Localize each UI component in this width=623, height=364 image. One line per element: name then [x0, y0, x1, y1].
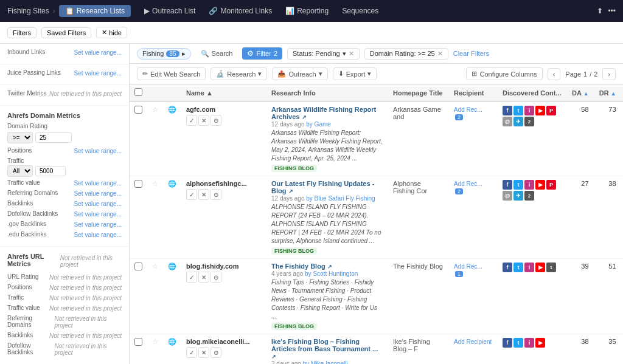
star-icon[interactable]: ☆ — [152, 263, 158, 270]
outreach-icon: ▶ — [144, 7, 150, 15]
page-current: 1 — [583, 70, 587, 78]
dr-operator-select[interactable]: >=<== — [7, 132, 33, 143]
backlinks-val[interactable]: Set value range... — [74, 201, 122, 207]
row-more-btn[interactable]: ⊙ — [211, 272, 221, 283]
filters-button[interactable]: Filters — [7, 27, 37, 38]
domain-name[interactable]: agfc.com — [186, 106, 262, 113]
dr-filter-tag[interactable]: Domain Rating: >= 25 ✕ — [364, 48, 448, 60]
add-recipient-btn[interactable]: Add Rec... — [454, 263, 482, 270]
prev-page-btn[interactable]: ‹ — [548, 68, 561, 80]
traffic-value-label: Traffic value — [7, 179, 40, 186]
outreach-btn[interactable]: 📤 Outreach ▾ — [272, 67, 327, 80]
research-title[interactable]: Ike's Fishing Blog – Fishing Articles fr… — [271, 338, 383, 360]
star-icon[interactable]: ☆ — [152, 180, 158, 187]
row-checkbox[interactable] — [134, 263, 142, 270]
row-check-btn[interactable]: ✓ — [186, 347, 197, 358]
edit-icon: ✏ — [142, 70, 148, 78]
star-icon[interactable]: ☆ — [152, 106, 158, 113]
domain-name[interactable]: blog.fishidy.com — [186, 263, 262, 270]
row-more-btn[interactable]: ⊙ — [211, 115, 221, 126]
status-label: Status: Pending — [293, 50, 340, 57]
upload-icon[interactable]: ⬆ — [597, 7, 603, 15]
domain-name[interactable]: alphonsefishingc... — [186, 180, 262, 187]
configure-columns-btn[interactable]: ⊞ Configure Columns — [466, 67, 542, 80]
domain-name[interactable]: blog.mikeiaconelli... — [186, 338, 262, 345]
status-pending-tag[interactable]: Status: Pending ▾ ✕ — [287, 48, 360, 60]
filter-button[interactable]: ⚙ Filter 2 — [242, 47, 282, 60]
row-x-btn[interactable]: ✕ — [198, 347, 209, 358]
edit-web-search-btn[interactable]: ✏ Edit Web Search — [137, 67, 206, 80]
row-check-btn[interactable]: ✓ — [186, 189, 197, 200]
referring-domains-val[interactable]: Set value range... — [74, 190, 122, 197]
row-x-btn[interactable]: ✕ — [198, 272, 209, 283]
nav-item-monitored-links[interactable]: 🔗 Monitored Links — [203, 4, 278, 18]
row-checkbox[interactable] — [134, 106, 142, 114]
nav-item-sequences[interactable]: Sequences — [336, 4, 385, 18]
dr-value: 51 — [608, 263, 616, 270]
row-x-btn[interactable]: ✕ — [198, 189, 209, 200]
next-page-btn[interactable]: › — [602, 68, 616, 80]
dofollow-label: Dofollow Backlinks — [7, 210, 58, 217]
social-icons: fti▶1 — [503, 263, 562, 272]
research-title[interactable]: Our Latest Fly Fishing Updates - Blog ↗ — [271, 180, 383, 194]
row-actions: ✓ ✕ ⊙ — [186, 347, 262, 358]
da-value: 27 — [581, 180, 588, 187]
col-da[interactable]: DA ▲ — [566, 84, 594, 101]
traffic-operator-select[interactable]: All>=<= — [7, 165, 33, 177]
traffic-value-input[interactable] — [35, 166, 66, 176]
url-traffic-value-label: Traffic value — [7, 304, 40, 311]
social-icons: fti▶ — [503, 338, 562, 348]
traffic-value-val[interactable]: Set value range... — [74, 180, 122, 187]
nav-item-outreach-list[interactable]: ▶ Outreach List — [138, 4, 201, 18]
row-checkbox[interactable] — [134, 338, 142, 346]
export-icon: ⬇ — [338, 70, 344, 78]
inbound-links-value[interactable]: Set value range... — [74, 49, 122, 56]
research-btn[interactable]: 🔬 Research ▾ — [211, 67, 267, 80]
row-check-btn[interactable]: ✓ — [186, 115, 197, 126]
select-all-checkbox[interactable] — [134, 88, 142, 96]
search-button[interactable]: 🔍 Search — [196, 48, 238, 60]
more-icon[interactable]: ••• — [608, 7, 616, 15]
export-btn[interactable]: ⬇ Export ▾ — [333, 67, 377, 80]
row-more-btn[interactable]: ⊙ — [211, 347, 221, 358]
fishing-filter-tag[interactable]: Fishing 85 ▸ — [137, 48, 191, 60]
saved-filters-button[interactable]: Saved Filters — [41, 27, 91, 38]
clear-filters-button[interactable]: Clear Filters — [453, 50, 489, 57]
sidebar: Inbound Links Set value range... Juice P… — [0, 44, 130, 364]
research-snippet: ALPHONSE ISLAND FLY FISHING REPORT (24 F… — [271, 203, 383, 246]
row-globe-cell: 🌐 — [163, 334, 181, 365]
research-lists-btn[interactable]: 📋 Research Lists — [59, 5, 131, 17]
add-recipient-btn[interactable]: Add Rec... — [454, 180, 482, 187]
add-recipient-btn[interactable]: Add Recipient — [454, 338, 492, 345]
hide-button[interactable]: ✕ hide — [96, 27, 127, 38]
dr-value-input[interactable] — [35, 132, 72, 143]
row-dr-cell: 51 — [594, 259, 621, 334]
col-dr[interactable]: DR ▲ — [594, 84, 621, 101]
dofollow-val[interactable]: Set value range... — [74, 211, 122, 218]
homepage-title: The Fishidy Blog — [393, 263, 443, 270]
research-arrow-icon: ▾ — [258, 70, 262, 78]
row-checkbox[interactable] — [134, 180, 142, 188]
juice-value[interactable]: Set value range... — [74, 70, 122, 77]
dr-remove-btn[interactable]: ✕ — [437, 50, 443, 58]
positions-value[interactable]: Set value range... — [74, 148, 122, 154]
col-recipient: Recipient — [449, 84, 498, 101]
table-row: ☆ 🌐 blog.fishidy.com ✓ ✕ ⊙ The Fishidy B… — [130, 259, 623, 334]
status-remove-btn[interactable]: ✕ — [349, 50, 354, 58]
nav-item-reporting[interactable]: 📊 Reporting — [279, 4, 335, 18]
col-p[interactable]: P ▲ — [621, 84, 623, 101]
row-more-btn[interactable]: ⊙ — [211, 189, 221, 200]
research-title[interactable]: The Fishidy Blog ↗ — [271, 263, 383, 270]
col-checkbox — [130, 84, 147, 101]
col-name[interactable]: Name ▲ — [181, 84, 266, 101]
row-check-btn[interactable]: ✓ — [186, 272, 197, 283]
star-icon[interactable]: ☆ — [152, 338, 158, 345]
link-icon: 🔗 — [209, 7, 218, 15]
row-x-btn[interactable]: ✕ — [198, 115, 209, 126]
add-recipient-btn[interactable]: Add Rec... — [454, 106, 482, 113]
edu-val[interactable]: Set value range... — [74, 232, 122, 238]
site-name[interactable]: Fishing Sites — [7, 7, 49, 15]
url-backlinks-val: Not retrieved in this project — [49, 332, 122, 339]
research-title[interactable]: Arkansas Wildlife Fishing Report Archive… — [271, 106, 383, 120]
gov-val[interactable]: Set value range... — [74, 221, 122, 228]
